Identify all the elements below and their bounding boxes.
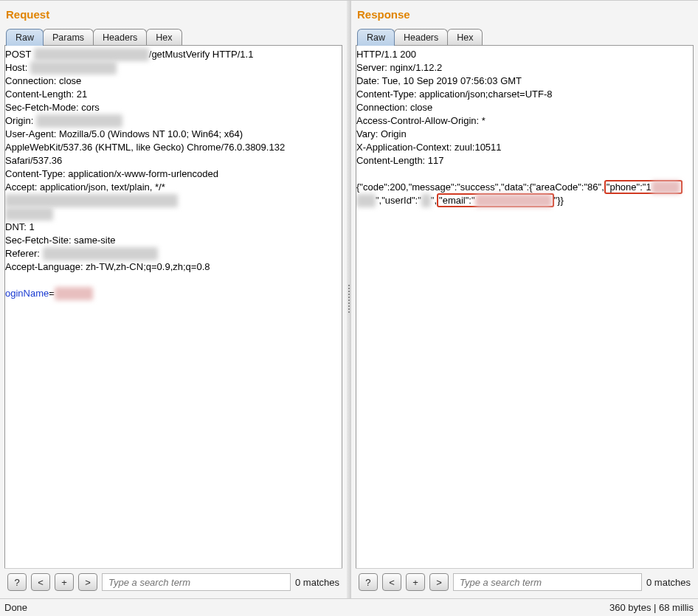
response-pane: Response Raw Headers Hex HTTP/1.1 200 Se… — [351, 1, 698, 598]
request-content-wrap: POST xxxxxxxxxxxxxxxxxxxxxxxx/getMustVer… — [4, 45, 342, 568]
redacted-phone: xxxxxx — [652, 181, 680, 194]
resp-status: HTTP/1.1 200 — [356, 49, 416, 60]
status-left: Done — [4, 602, 27, 613]
redacted-referer: xxxxxxxxxxxxxxxxxxxxxxxx — [43, 247, 158, 260]
status-right: 360 bytes | 68 millis — [609, 602, 694, 613]
req-line-method: POST — [5, 49, 34, 60]
status-bar: Done 360 bytes | 68 millis — [0, 598, 698, 616]
request-raw-content[interactable]: POST xxxxxxxxxxxxxxxxxxxxxxxx/getMustVer… — [5, 46, 342, 568]
redacted-host: xxxxxxxxxxxxxxxxxx — [30, 61, 117, 75]
tab-hex[interactable]: Hex — [447, 29, 483, 46]
redacted-origin: xxxxxxxxxxxxxxxxxx — [36, 114, 122, 128]
redacted-header-2: xxxxxxxxxx — [5, 207, 53, 221]
app-root: Request Raw Params Headers Hex POST xxxx… — [0, 0, 698, 616]
resp-clen: Content-Length: 117 — [356, 155, 444, 166]
tab-raw[interactable]: Raw — [357, 29, 395, 46]
tab-headers[interactable]: Headers — [394, 29, 448, 46]
json-seg3: "}} — [554, 195, 564, 206]
resp-vary: Vary: Origin — [356, 128, 407, 139]
json-seg1: {"code":200,"message":"success","data":{… — [356, 181, 604, 193]
next-button[interactable]: > — [78, 573, 97, 591]
tab-raw[interactable]: Raw — [6, 29, 44, 46]
tab-params[interactable]: Params — [43, 29, 94, 46]
match-count: 0 matches — [295, 577, 339, 588]
redacted-body-value: xxxxxxxx — [55, 287, 93, 300]
hdr-accept: Accept: application/json, text/plain, */… — [5, 181, 165, 193]
search-input[interactable] — [102, 573, 291, 591]
response-raw-content[interactable]: HTTP/1.1 200 Server: nginx/1.12.2 Date: … — [356, 46, 693, 568]
redacted-userid: xx — [421, 194, 431, 207]
hdr-clen: Content-Length: 21 — [5, 89, 87, 100]
hdr-ua3: Safari/537.36 — [5, 155, 62, 166]
next-button[interactable]: > — [429, 573, 449, 591]
body-param: oginName — [5, 288, 49, 299]
hdr-ct: Content-Type: application/x-www-form-url… — [5, 168, 218, 179]
json-seg2b: ", — [431, 195, 437, 206]
hdr-dnt: DNT: 1 — [5, 221, 35, 232]
prev-button[interactable]: < — [382, 573, 401, 591]
tab-hex[interactable]: Hex — [146, 29, 182, 46]
hdr-sfm: Sec-Fetch-Mode: cors — [5, 102, 100, 113]
response-content-wrap: HTTP/1.1 200 Server: nginx/1.12.2 Date: … — [356, 45, 694, 568]
body-eq: = — [49, 288, 55, 299]
resp-acao: Access-Control-Allow-Origin: * — [356, 115, 486, 126]
add-button[interactable]: + — [406, 573, 425, 591]
resp-server: Server: nginx/1.12.2 — [356, 62, 442, 73]
match-count: 0 matches — [646, 577, 691, 588]
response-search-row: ? < + > 0 matches — [356, 568, 694, 595]
hdr-origin-label: Origin: — [5, 115, 36, 126]
search-input[interactable] — [453, 573, 642, 591]
redacted-path: xxxxxxxxxxxxxxxxxxxxxxxx — [34, 48, 149, 61]
json-seg2a: ","userId":" — [376, 195, 421, 206]
help-button[interactable]: ? — [359, 573, 378, 591]
resp-xac: X-Application-Context: zuul:10511 — [356, 142, 502, 153]
highlight-phone: "phone":"1xxxxxx — [604, 180, 683, 194]
hdr-ref-label: Referer: — [5, 248, 43, 259]
response-tabs: Raw Headers Hex — [354, 28, 695, 45]
response-title: Response — [354, 4, 695, 28]
redacted-email: xxxxxxxxxxxxxxxx — [475, 194, 552, 207]
hdr-host-label: Host: — [5, 62, 30, 73]
request-search-row: ? < + > 0 matches — [4, 568, 342, 595]
redacted-gap: xxxx — [356, 194, 376, 207]
add-button[interactable]: + — [55, 573, 74, 591]
request-title: Request — [3, 4, 344, 28]
request-tabs: Raw Params Headers Hex — [3, 28, 344, 45]
resp-conn: Connection: close — [356, 102, 432, 113]
help-button[interactable]: ? — [7, 573, 27, 591]
resp-ct: Content-Type: application/json;charset=U… — [356, 89, 553, 100]
panes-container: Request Raw Params Headers Hex POST xxxx… — [0, 1, 698, 598]
highlight-email: "email":"xxxxxxxxxxxxxxxx — [437, 193, 554, 207]
json-phone-label: "phone":"1 — [607, 181, 652, 193]
prev-button[interactable]: < — [31, 573, 50, 591]
resp-date: Date: Tue, 10 Sep 2019 07:56:03 GMT — [356, 75, 522, 86]
hdr-ua2: AppleWebKit/537.36 (KHTML, like Gecko) C… — [5, 142, 285, 153]
request-pane: Request Raw Params Headers Hex POST xxxx… — [0, 1, 347, 598]
hdr-al: Accept-Language: zh-TW,zh-CN;q=0.9,zh;q=… — [5, 261, 210, 272]
hdr-conn: Connection: close — [5, 75, 81, 86]
redacted-header-1: xxxxxxxxxxxxxxxxxxxxxxxxxxxxxxxxxxxx — [5, 194, 178, 207]
json-email-label: "email":" — [439, 195, 475, 206]
hdr-sfs: Sec-Fetch-Site: same-site — [5, 235, 116, 246]
hdr-ua1: User-Agent: Mozilla/5.0 (Windows NT 10.0… — [5, 128, 243, 139]
req-line-tail: /getMustVerify HTTP/1.1 — [149, 49, 254, 60]
tab-headers[interactable]: Headers — [93, 29, 147, 46]
